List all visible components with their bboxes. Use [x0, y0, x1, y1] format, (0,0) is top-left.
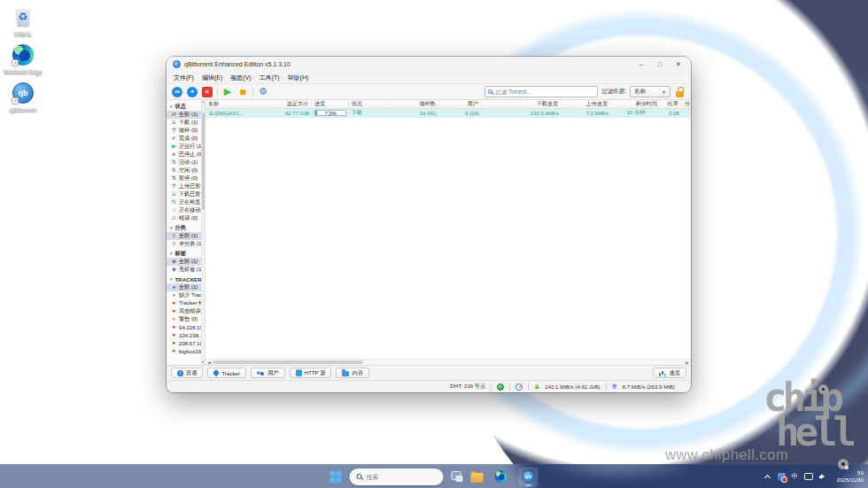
sidebar-item-tracker-all[interactable]: ●全部 (1)	[167, 283, 205, 291]
sidebar-item-status-inactive[interactable]: ⇅空闲 (0)	[167, 167, 205, 174]
column-header-5[interactable]: 用户	[439, 100, 482, 108]
sidebar-section-title[interactable]: ▼标签	[167, 250, 205, 258]
error-icon: ⚠	[171, 215, 177, 221]
global-download-speed[interactable]: 142.1 MiB/s (4.61 GiB)	[545, 383, 601, 390]
column-header-3[interactable]: 状态	[349, 100, 386, 108]
horizontal-scrollbar[interactable]: ◀ ▶	[205, 359, 691, 365]
tab-general[interactable]: 普通	[171, 368, 203, 378]
sidebar-item-status-errored[interactable]: ⚠错误 (0)	[167, 214, 205, 222]
sidebar-item-status-completed[interactable]: ✔完成 (0)	[167, 135, 205, 143]
sidebar-item-tracker-warning[interactable]: ●警告 (0)	[167, 315, 205, 323]
column-header-6[interactable]: 下载速度	[482, 100, 562, 108]
taskbar-clock[interactable]: 59 2025/11/30	[833, 469, 864, 484]
sidebar-item-tracker-trackerless[interactable]: ●缺少 Tracker..	[167, 291, 205, 299]
window-titlebar[interactable]: qBittorrent Enhanced Edition v5.1.3.10 –…	[167, 57, 691, 72]
sidebar-item-status-seeding[interactable]: ⇈做种 (0)	[167, 127, 205, 135]
column-header-9[interactable]: 比率	[661, 100, 682, 108]
column-header-1[interactable]: 选定大小	[281, 100, 312, 108]
speed-button[interactable]: 速度	[653, 368, 686, 378]
sidebar-item-tracker-104-238-19[interactable]: ●104.238.19...	[167, 331, 205, 339]
sidebar-section-title[interactable]: ▼状态	[167, 103, 205, 111]
sidebar-item-status-active[interactable]: ⇅活动 (1)	[167, 159, 205, 167]
column-header-8[interactable]: 剩余时间	[611, 100, 661, 108]
add-torrent-file-button[interactable]: +	[187, 87, 198, 97]
sidebar-scrollbar[interactable]: ▲ ▼	[201, 100, 205, 365]
menu-help[interactable]: 帮助(H)	[284, 73, 313, 83]
tab-http-sources[interactable]: HTTP 源	[290, 368, 332, 378]
maximize-button[interactable]: □	[655, 57, 665, 72]
global-upload-speed[interactable]: 8.7 MiB/s (263.9 MiB)	[623, 383, 676, 390]
start-button[interactable]: ▶	[222, 87, 233, 97]
sidebar-item-status-moving[interactable]: ◇正在移动 (0)	[167, 206, 205, 214]
task-view-button[interactable]	[452, 471, 463, 482]
desktop-icon-qbittorrent[interactable]: qbqBittorrent	[2, 81, 44, 113]
sidebar-item-status-stopped[interactable]: ■已停止 (0)	[167, 151, 205, 159]
lock-icon[interactable]	[676, 87, 684, 97]
connection-status-icon[interactable]	[497, 383, 504, 391]
volume-icon[interactable]	[819, 473, 827, 480]
menu-view[interactable]: 视图(V)	[227, 73, 254, 83]
column-header-10[interactable]: 分	[682, 100, 691, 108]
sidebar-item-status-running[interactable]: ▶正运行 (1)	[167, 143, 205, 151]
filter-by-select[interactable]: 名称 ▼	[630, 86, 670, 97]
menu-file[interactable]: 文件(F)	[170, 73, 198, 83]
torrent-filter-box[interactable]	[484, 86, 598, 97]
file-explorer-button[interactable]	[471, 473, 484, 483]
scroll-left-icon[interactable]: ◀	[205, 360, 213, 365]
qbittorrent-icon: qb	[12, 81, 35, 105]
hidden-icons-chevron[interactable]	[764, 473, 771, 480]
desktop-icon-recycle-bin[interactable]: ♻回收站	[2, 5, 44, 37]
torrent-filter-input[interactable]	[495, 89, 594, 95]
taskbar-search-input[interactable]	[367, 474, 437, 480]
tab-trackers[interactable]: Tracker	[207, 368, 246, 378]
sidebar-item-tracker-error[interactable]: ●Tracker 错误..	[167, 299, 205, 307]
desktop-icon-microsoft-edge[interactable]: Microsoft Edge	[2, 43, 44, 75]
sidebar-item-tag-untagged[interactable]: ◆无标签 (1)	[167, 266, 205, 274]
sidebar-item-category-uncategorized[interactable]: ≡未分类 (1)	[167, 240, 205, 248]
menu-edit[interactable]: 编辑(E)	[198, 73, 226, 83]
taskbar-search[interactable]	[350, 469, 444, 485]
table-row[interactable]: ⇊[DMG&VC...62.77 GiB7.3%下载16 (41)9 (16)1…	[205, 109, 691, 118]
tray-app-icon[interactable]	[778, 473, 786, 481]
sidebar-item-status-stalled-downloading[interactable]: ⇊下载已暂停 (..	[167, 190, 205, 198]
add-torrent-link-button[interactable]: ∞	[172, 87, 182, 97]
sidebar-item-status-checking[interactable]: ↻正在检查 (0)	[167, 198, 205, 206]
minimize-button[interactable]: –	[636, 57, 647, 72]
column-header-0[interactable]: 名称	[205, 100, 281, 108]
sidebar-scroll-thumb[interactable]	[202, 112, 205, 210]
sidebar-section-title[interactable]: ▼TRACKER	[167, 275, 205, 283]
column-header-2[interactable]: 进度	[312, 100, 349, 108]
sidebar-item-status-all[interactable]: ⇄全部 (1)	[167, 111, 205, 119]
column-header-4[interactable]: 做种数	[386, 100, 439, 108]
sidebar-item-category-all[interactable]: ≡全部 (1)	[167, 232, 205, 240]
clock-time: 59	[857, 469, 864, 476]
scroll-up-icon[interactable]: ▲	[201, 100, 205, 105]
network-icon[interactable]	[804, 473, 813, 480]
column-header-7[interactable]: 上传速度	[562, 100, 611, 108]
sidebar-item-tracker-other-error[interactable]: ●其他错误 (1..	[167, 307, 205, 315]
stop-button[interactable]: ■	[237, 87, 248, 97]
options-button[interactable]: ⚙	[258, 87, 268, 97]
tab-content[interactable]: 内容	[336, 368, 368, 378]
tab-peers[interactable]: 用户	[251, 368, 284, 378]
edge-taskbar-button[interactable]	[492, 467, 511, 487]
sidebar-item-status-stalled-uploading[interactable]: ⇈上传已暂停 (..	[167, 182, 205, 190]
menu-tools[interactable]: 工具(T)	[256, 73, 283, 83]
speed-limit-icon[interactable]	[515, 383, 523, 391]
sidebar-section-title[interactable]: ▼分类	[167, 224, 205, 232]
qbittorrent-taskbar-button[interactable]: qb	[519, 467, 539, 487]
horizontal-scroll-thumb[interactable]	[213, 360, 363, 364]
sidebar-item-tracker-208-67-16-1[interactable]: ●208.67.16.1...	[167, 339, 205, 347]
sidebar-item-tag-all[interactable]: ◆全部 (1)	[167, 258, 205, 266]
sidebar-item-status-stalled[interactable]: ⇅暂停 (0)	[167, 174, 205, 182]
scroll-right-icon[interactable]: ▶	[684, 360, 691, 365]
pin-icon: ●	[171, 292, 177, 298]
scroll-down-icon[interactable]: ▼	[201, 360, 205, 365]
ime-indicator[interactable]: 中	[792, 473, 799, 480]
start-button[interactable]	[330, 471, 342, 483]
sidebar-item-tracker-94-228-192[interactable]: ●94.228.192...	[167, 323, 205, 331]
delete-button[interactable]: ✕	[202, 87, 213, 97]
close-button[interactable]: ✕	[673, 57, 684, 72]
sidebar-item-status-downloading[interactable]: ⇊下载 (1)	[167, 119, 205, 127]
sidebar-item-tracker-bigfoot194[interactable]: ●bigfoot194...	[167, 347, 205, 355]
